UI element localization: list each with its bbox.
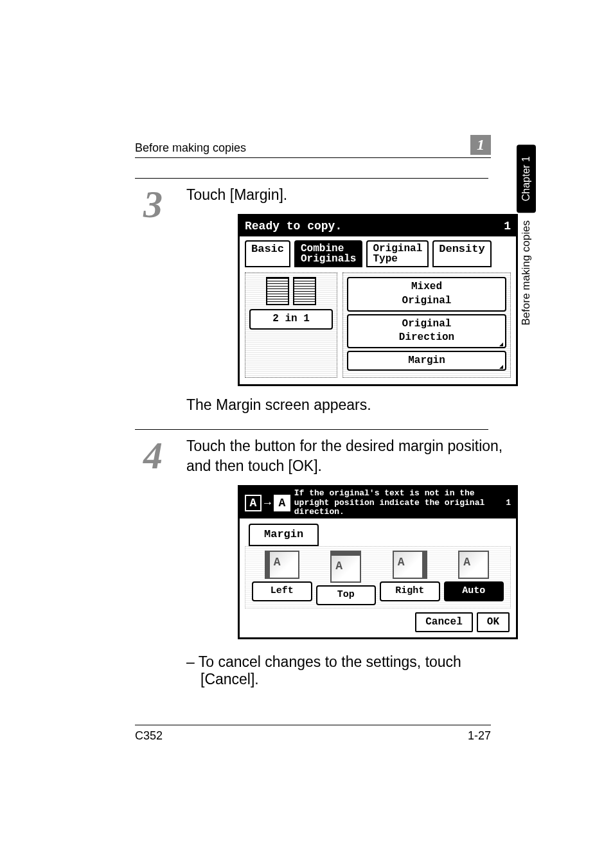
margin-top-icon (330, 551, 361, 583)
lcd1-count: 1 (504, 218, 511, 234)
margin-right-icon (393, 551, 427, 579)
option-mixed-original[interactable]: Mixed Original (347, 277, 506, 311)
footer-page: 1-27 (468, 729, 491, 743)
option-2in1[interactable]: 2 in 1 (249, 309, 333, 330)
step-number: 4 (135, 436, 171, 475)
step4-note: – To cancel changes to the settings, tou… (186, 653, 488, 688)
cancel-button[interactable]: Cancel (415, 612, 473, 633)
tab-margin: Margin (249, 524, 319, 546)
margin-auto-icon (458, 551, 489, 579)
step-number: 3 (135, 185, 171, 224)
step3-result: The Margin screen appears. (186, 395, 518, 415)
tab-combine-originals[interactable]: Combine Originals (294, 240, 362, 267)
margin-right-button[interactable]: Right (380, 581, 440, 601)
doc-thumb-icon (266, 277, 289, 305)
lcd1-status: Ready to copy. (245, 218, 342, 234)
lcd2-count: 1 (506, 497, 511, 509)
option-margin[interactable]: Margin (347, 351, 506, 371)
copier-screen-2: A→A If the original's text is not in the… (238, 485, 518, 639)
copier-screen-1: Ready to copy. 1 Basic Combine Originals (238, 214, 518, 386)
tab-original-type[interactable]: Original Type (366, 240, 429, 267)
ok-button[interactable]: OK (477, 612, 510, 633)
step3-instruction: Touch [Margin]. (186, 185, 518, 205)
tab-basic[interactable]: Basic (245, 240, 290, 267)
margin-left-icon (265, 551, 299, 579)
running-head-number: 1 (470, 135, 491, 155)
step4-instruction: Touch the button for the desired margin … (186, 436, 518, 476)
margin-top-button[interactable]: Top (316, 585, 377, 605)
chapter-tab: Chapter 1 (517, 145, 536, 213)
margin-auto-button[interactable]: Auto (444, 581, 504, 601)
lcd2-hint: If the original's text is not in the upr… (290, 489, 506, 517)
margin-left-button[interactable]: Left (252, 581, 312, 601)
side-label: Before making copies (520, 220, 533, 325)
running-head-title: Before making copies (135, 141, 246, 155)
doc-thumb-icon (293, 277, 316, 305)
tab-density[interactable]: Density (432, 240, 491, 267)
option-original-direction[interactable]: Original Direction (347, 314, 506, 348)
orientation-icon: A→A (245, 495, 290, 511)
footer-model: C352 (135, 729, 163, 743)
